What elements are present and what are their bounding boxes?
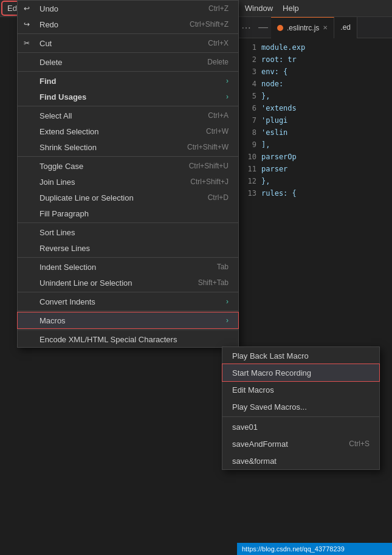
menu-item-shrink-selection[interactable]: Shrink SelectionCtrl+Shift+W: [18, 139, 238, 155]
menu-item-label: Find: [40, 77, 56, 86]
menu-item-macros[interactable]: Macros›: [18, 312, 238, 328]
menu-item-label: Sort Lines: [40, 228, 75, 237]
menu-item-label: Join Lines: [40, 178, 75, 187]
line-number: 6: [237, 102, 261, 114]
menu-item-join-lines[interactable]: Join LinesCtrl+Shift+J: [18, 174, 238, 190]
tab-filename: .eslintrc.js: [287, 24, 319, 32]
submenu-item-save01[interactable]: save01: [222, 418, 379, 435]
menu-item-label: Macros: [40, 316, 66, 325]
code-line: },: [261, 90, 392, 102]
menu-item-label: Toggle Case: [40, 162, 83, 171]
menu-item-label: Redo: [40, 20, 58, 29]
menu-item-undo[interactable]: ↩UndoCtrl+Z: [18, 1, 238, 16]
status-bar: https://blog.csdn.net/qq_43778239: [237, 543, 392, 555]
line-number: 2: [237, 53, 261, 66]
menu-item-shortcut: Ctrl+Shift+Z: [190, 20, 229, 29]
menu-item-cut[interactable]: ✂CutCtrl+X: [18, 35, 238, 51]
line-number: 4: [237, 78, 261, 90]
line-number: 5: [237, 90, 261, 102]
submenu-item-label: Start Macro Recording: [232, 368, 311, 377]
menu-separator: [18, 156, 238, 157]
menu-help[interactable]: Help: [278, 2, 304, 15]
line-number: 13: [237, 187, 261, 199]
code-line: },: [261, 175, 392, 187]
code-line: 'plugi: [261, 114, 392, 126]
line-number: 7: [237, 114, 261, 126]
code-line: ],: [261, 139, 392, 151]
menu-item-redo[interactable]: ↪RedoCtrl+Shift+Z: [18, 16, 238, 32]
menu-separator: [18, 222, 238, 223]
submenu-item-saveformat[interactable]: save&format: [222, 452, 379, 469]
menu-separator: [18, 106, 238, 106]
menu-item-shortcut: Ctrl+D: [208, 193, 229, 202]
menu-item-label: Indent Selection: [40, 263, 96, 272]
menu-item-shortcut: Ctrl+Shift+J: [190, 178, 229, 186]
menu-item-convert-indents[interactable]: Convert Indents›: [18, 294, 238, 309]
menu-item-extend-selection[interactable]: Extend SelectionCtrl+W: [18, 123, 238, 139]
menu-item-shortcut: Shift+Tab: [198, 278, 229, 287]
menu-item-sort-lines[interactable]: Sort Lines: [18, 224, 238, 240]
menu-item-indent-selection[interactable]: Indent SelectionTab: [18, 259, 238, 275]
line-number: 1: [237, 41, 261, 53]
menu-item-label: Unindent Line or Selection: [40, 278, 132, 288]
code-line: parser: [261, 163, 392, 175]
menu-item-shortcut: Ctrl+W: [206, 127, 229, 136]
menu-item-find[interactable]: Find›: [18, 73, 238, 89]
submenu-item-play-back-last-macro[interactable]: Play Back Last Macro: [222, 347, 379, 364]
submenu-item-start-macro-recording[interactable]: Start Macro Recording: [222, 364, 379, 381]
menu-item-reverse-lines[interactable]: Reverse Lines: [18, 240, 238, 256]
menu-item-label: Reverse Lines: [40, 244, 90, 253]
menu-item-label: Fill Paragraph: [40, 209, 89, 218]
submenu-item-play-saved-macros...[interactable]: Play Saved Macros...: [222, 398, 379, 415]
submenu-item-edit-macros[interactable]: Edit Macros: [222, 381, 379, 398]
submenu-item-label: saveAndFormat: [232, 440, 288, 449]
menu-item-icon: ↩: [24, 4, 30, 13]
submenu-item-label: save&format: [232, 457, 277, 466]
menu-window[interactable]: Window: [240, 2, 278, 15]
menu-item-arrow: ›: [226, 77, 229, 85]
menu-item-unindent-line-or-selection[interactable]: Unindent Line or SelectionShift+Tab: [18, 275, 238, 291]
tab-minimize-button[interactable]: —: [255, 22, 271, 33]
tab-second[interactable]: .ed: [334, 17, 357, 38]
menu-item-label: Cut: [40, 39, 52, 48]
menu-item-select-all[interactable]: Select AllCtrl+A: [18, 108, 238, 123]
menu-item-toggle-case[interactable]: Toggle CaseCtrl+Shift+U: [18, 158, 238, 174]
submenu-separator: [222, 416, 379, 417]
menu-item-label: Find Usages: [40, 92, 86, 102]
menu-item-label: Convert Indents: [40, 297, 95, 306]
tab-overflow-button[interactable]: ⋯: [237, 22, 255, 33]
menu-item-arrow: ›: [226, 92, 229, 101]
menu-item-shortcut: Ctrl+X: [208, 39, 229, 47]
code-line: root: tr: [261, 53, 392, 66]
submenu-item-label: Play Back Last Macro: [232, 351, 309, 360]
menu-item-icon: ↪: [24, 20, 30, 29]
menu-separator: [18, 52, 238, 53]
menu-item-duplicate-line-or-selection[interactable]: Duplicate Line or SelectionCtrl+D: [18, 190, 238, 205]
line-number: 3: [237, 66, 261, 78]
code-line: node:: [261, 78, 392, 90]
menu-item-delete[interactable]: DeleteDelete: [18, 54, 238, 70]
menu-item-fill-paragraph[interactable]: Fill Paragraph: [18, 205, 238, 221]
code-line: 'eslin: [261, 126, 392, 139]
menu-item-label: Select All: [40, 111, 72, 120]
tab-eslintrc[interactable]: .eslintrc.js ✕: [271, 17, 334, 38]
menu-item-label: Undo: [40, 4, 58, 13]
line-number: 9: [237, 139, 261, 151]
menu-item-arrow: ›: [226, 297, 229, 306]
edit-dropdown-menu: ↩UndoCtrl+Z↪RedoCtrl+Shift+Z✂CutCtrl+XDe…: [17, 0, 239, 348]
menu-item-encode-xml/html-special-characters[interactable]: Encode XML/HTML Special Characters: [18, 331, 238, 347]
menu-item-find-usages[interactable]: Find Usages›: [18, 89, 238, 105]
menu-item-label: Shrink Selection: [40, 143, 97, 152]
submenu-item-label: Play Saved Macros...: [232, 402, 307, 412]
menu-item-label: Extend Selection: [40, 127, 99, 136]
tab-bar: ⋯ — .eslintrc.js ✕ .ed: [237, 17, 392, 38]
tab-second-filename: .ed: [340, 23, 351, 32]
tab-modified-icon: [277, 25, 283, 31]
menu-item-shortcut: Ctrl+Z: [208, 4, 229, 13]
menu-separator: [18, 257, 238, 258]
menu-item-label: Encode XML/HTML Special Characters: [40, 335, 177, 344]
submenu-item-label: Edit Macros: [232, 385, 274, 395]
code-line: 'extends: [261, 102, 392, 114]
submenu-item-saveandformat[interactable]: saveAndFormatCtrl+S: [222, 435, 379, 452]
tab-close-button[interactable]: ✕: [323, 24, 328, 31]
